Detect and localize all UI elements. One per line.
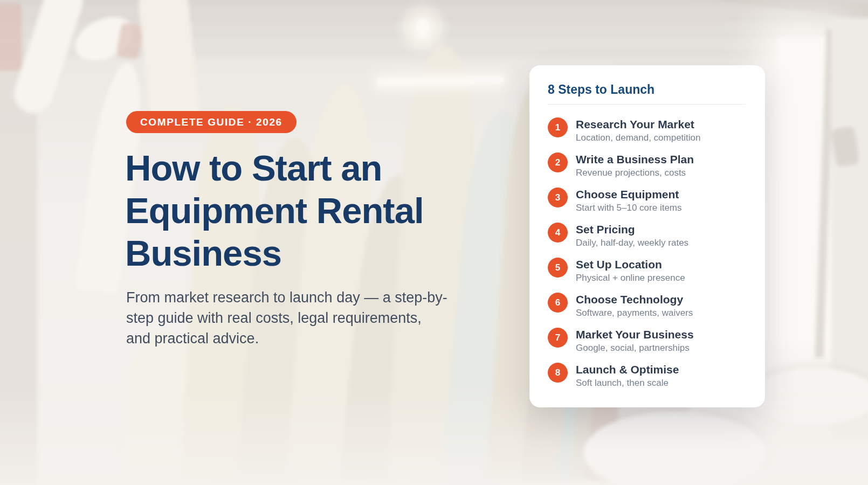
step-title: Research Your Market [576,117,701,131]
step-description: Location, demand, competition [576,132,701,143]
step-item: 7 Market Your Business Google, social, p… [548,328,746,354]
step-text: Set Pricing Daily, half-day, weekly rate… [576,223,688,248]
steps-card-title: 8 Steps to Launch [548,81,746,98]
step-title: Choose Equipment [576,188,682,202]
step-text: Market Your Business Google, social, par… [576,328,694,354]
step-description: Soft launch, then scale [576,377,679,389]
step-title: Launch & Optimise [576,363,679,377]
step-item: 5 Set Up Location Physical + online pres… [548,258,746,283]
page-title-line: Equipment Rental [125,189,424,232]
step-number-badge: 4 [548,223,568,242]
steps-list: 1 Research Your Market Location, demand,… [548,117,746,389]
step-number-badge: 5 [548,258,568,278]
page-title-line: Business [125,232,424,274]
step-text: Set Up Location Physical + online presen… [576,258,685,283]
page-title-line: How to Start an [125,147,424,189]
step-item: 1 Research Your Market Location, demand,… [548,117,746,143]
step-title: Write a Business Plan [576,153,694,167]
step-text: Choose Equipment Start with 5–10 core it… [576,188,682,213]
step-number-badge: 6 [548,293,568,313]
page-subtitle: From market research to launch day — a s… [126,287,447,349]
step-description: Daily, half-day, weekly rates [576,237,688,248]
step-text: Write a Business Plan Revenue projection… [576,153,694,178]
step-item: 3 Choose Equipment Start with 5–10 core … [548,188,746,213]
step-description: Google, social, partnerships [576,342,694,354]
step-description: Physical + online presence [576,272,685,283]
divider [548,104,746,105]
step-description: Software, payments, waivers [576,307,693,318]
hero-page: COMPLETE GUIDE · 2026 How to Start an Eq… [0,0,868,485]
page-subtitle-line: step guide with real costs, legal requir… [126,308,447,328]
step-title: Set Up Location [576,258,685,272]
step-number-badge: 3 [548,188,568,207]
page-subtitle-line: and practical advice. [126,328,447,349]
step-description: Revenue projections, costs [576,167,694,178]
step-text: Launch & Optimise Soft launch, then scal… [576,363,679,389]
step-description: Start with 5–10 core items [576,202,682,213]
steps-card: 8 Steps to Launch 1 Research Your Market… [529,65,765,407]
step-item: 2 Write a Business Plan Revenue projecti… [548,153,746,178]
step-text: Research Your Market Location, demand, c… [576,117,701,143]
step-text: Choose Technology Software, payments, wa… [576,293,693,318]
step-number-badge: 8 [548,363,568,383]
step-title: Market Your Business [576,328,694,342]
step-number-badge: 1 [548,117,568,137]
page-subtitle-line: From market research to launch day — a s… [126,287,447,308]
page-title: How to Start an Equipment Rental Busines… [125,147,424,274]
step-number-badge: 7 [548,328,568,348]
step-item: 8 Launch & Optimise Soft launch, then sc… [548,363,746,389]
step-number-badge: 2 [548,153,568,172]
step-title: Choose Technology [576,293,693,307]
guide-badge-label: COMPLETE GUIDE · 2026 [140,116,283,128]
step-item: 6 Choose Technology Software, payments, … [548,293,746,318]
guide-badge: COMPLETE GUIDE · 2026 [126,111,297,133]
step-item: 4 Set Pricing Daily, half-day, weekly ra… [548,223,746,248]
step-title: Set Pricing [576,223,688,237]
